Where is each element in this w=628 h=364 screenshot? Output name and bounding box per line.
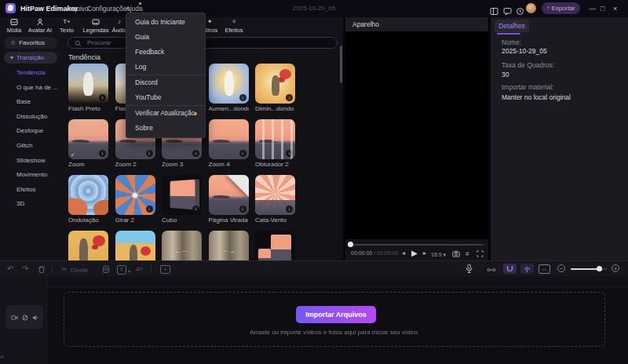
video-track-icon[interactable]	[11, 310, 18, 324]
download-icon[interactable]: ↓	[239, 94, 246, 101]
microphone-icon[interactable]	[465, 264, 473, 274]
download-icon[interactable]: ↓	[99, 206, 106, 213]
play-icon[interactable]: ▶	[411, 249, 418, 258]
sidebar-item-efeitos[interactable]: Efeitos	[0, 183, 61, 198]
menu-configuracoes[interactable]: Configurações	[87, 5, 130, 13]
transition-thumbnail[interactable]: ↖ ↗ ↙ ↓ Zoom	[68, 119, 108, 169]
delete-icon[interactable]	[38, 264, 46, 274]
menu-item-log[interactable]: Log	[126, 60, 205, 75]
zoom-in-icon[interactable]: +	[612, 264, 619, 272]
feedback-icon[interactable]	[503, 4, 512, 18]
transition-thumbnail[interactable]: ↓ Ondulação	[68, 175, 108, 224]
close-button[interactable]: ×	[613, 4, 617, 13]
zoom-out-icon[interactable]: −	[557, 264, 565, 272]
remove-subtitle-icon[interactable]: ≡×	[136, 264, 143, 274]
transition-thumbnail[interactable]: ↓ Flash Preto	[68, 64, 108, 113]
menu-ajuda[interactable]: Ajuda	[126, 5, 143, 13]
transition-preview-image: ↓	[255, 64, 295, 104]
menu-item-sobre[interactable]: Sobre	[126, 121, 205, 136]
zoom-slider-handle[interactable]	[597, 266, 602, 271]
download-icon[interactable]: ↓	[192, 206, 199, 213]
link-clips-icon[interactable]	[487, 265, 496, 275]
menu-item-youtube[interactable]: YouTube	[126, 90, 205, 105]
sidebar-item-dissolucao[interactable]: Dissolução	[0, 110, 61, 125]
download-icon[interactable]: ↓	[286, 150, 293, 157]
sidebar-item-desfoque[interactable]: Desfoque	[0, 124, 61, 139]
grid-overlay-icon[interactable]: #	[466, 249, 469, 259]
transition-thumbnail[interactable]: ← ↓ Obturador 2	[255, 119, 295, 169]
transition-preview-image: ↖ ↗ ↙ ↓	[68, 119, 108, 159]
next-frame-icon[interactable]: ▸	[423, 249, 426, 258]
transition-thumbnail[interactable]: ←⋯ ↓	[162, 231, 202, 260]
user-avatar[interactable]	[526, 3, 536, 13]
transition-thumbnail[interactable]: ↓ Cata-Vento	[255, 175, 295, 224]
download-icon[interactable]: ↓	[99, 94, 106, 101]
export-button[interactable]: ↑ Exportar	[542, 2, 580, 14]
history-icon[interactable]	[516, 4, 524, 18]
download-icon[interactable]: ↓	[239, 150, 246, 157]
help-notification-dot	[139, 2, 141, 5]
sidebar-item-base[interactable]: Base	[0, 95, 61, 110]
freeze-frame-icon[interactable]	[102, 264, 110, 274]
chevron-down-icon[interactable]: ▾	[128, 267, 130, 276]
download-icon[interactable]: ↓	[286, 94, 293, 101]
layout-icon[interactable]	[490, 4, 498, 18]
timeline-horizontal-scrollbar[interactable]	[0, 355, 4, 359]
seek-slider[interactable]	[350, 244, 484, 246]
transition-thumbnail[interactable]: ↓ Aumen...dondo	[209, 64, 249, 113]
volume-icon[interactable]	[32, 310, 38, 324]
magnet-icon[interactable]	[503, 264, 517, 274]
download-icon[interactable]: ↓	[192, 150, 199, 157]
split-icon[interactable]: ✂	[61, 264, 68, 274]
minimize-button[interactable]: —	[589, 4, 596, 13]
import-files-button[interactable]: Importar Arquivos	[296, 306, 376, 323]
download-icon[interactable]: ↓	[146, 150, 153, 157]
menu-item-discord[interactable]: Discord	[126, 75, 205, 90]
sidebar-item-o-que-ha-de[interactable]: O que há de ...	[0, 81, 61, 96]
transition-thumbnail[interactable]: ↓ Cubo	[162, 175, 202, 224]
download-icon[interactable]: ↓	[146, 206, 153, 213]
menu-item-verificar-atualizacao[interactable]: Verificar Atualização	[126, 106, 205, 121]
sidebar-favoritos[interactable]: ☆Favoritos	[4, 37, 57, 49]
transition-label: Zoom 3	[162, 161, 202, 169]
sidebar-item-glitch[interactable]: Glitch	[0, 139, 61, 154]
download-icon[interactable]: ↓	[99, 150, 106, 157]
mute-track-icon[interactable]	[22, 310, 28, 324]
transition-thumbnail[interactable]: ↓ Página Virada	[209, 175, 249, 224]
tab-detalhes[interactable]: Detalhes	[495, 20, 529, 32]
fullscreen-icon[interactable]	[476, 249, 484, 259]
sidebar-item-tendencia[interactable]: Tendência	[0, 66, 61, 81]
menu-item-guia[interactable]: Guia	[126, 30, 205, 45]
seek-slider-handle[interactable]	[348, 242, 353, 247]
split-label[interactable]: Dividir	[71, 266, 88, 275]
previous-frame-icon[interactable]: ◂	[402, 249, 405, 258]
fit-timeline-icon[interactable]: ↔	[539, 264, 550, 274]
maximize-button[interactable]: □	[601, 4, 604, 13]
sidebar-item-3d[interactable]: 3D	[0, 197, 61, 212]
undo-icon[interactable]: ↶	[7, 264, 13, 274]
sidebar-transicao[interactable]: ▾Transição	[4, 52, 57, 64]
download-icon[interactable]: ↓	[286, 206, 293, 213]
transition-thumbnail[interactable]: ↓	[255, 231, 295, 260]
transition-thumbnail[interactable]: ↓	[68, 231, 108, 260]
menu-item-guia-do-iniciante[interactable]: Guia do Iniciante	[126, 15, 205, 30]
redo-icon[interactable]: ↷	[22, 264, 28, 274]
sidebar-item-slideshow[interactable]: Slideshow	[0, 154, 61, 169]
transition-thumbnail[interactable]: ⋯→ ↓	[209, 231, 249, 260]
trim-preview-icon[interactable]: ‹|›	[520, 264, 534, 274]
media-scrollbar[interactable]	[340, 46, 342, 83]
transition-thumbnail[interactable]: ↓ Girar 2	[115, 175, 155, 224]
sidebar-item-movimento[interactable]: Movimento	[0, 168, 61, 183]
transition-thumbnail[interactable]: ↓ Zoom 4	[209, 119, 249, 169]
aspect-ratio-selector[interactable]: 16:9 ▾	[431, 250, 446, 260]
menu-item-feedback[interactable]: Feedback	[126, 45, 205, 60]
timeline-zoom-slider[interactable]	[571, 268, 607, 270]
menu-arquivo[interactable]: Arquivo	[66, 5, 89, 13]
snapshot-icon[interactable]	[452, 249, 460, 259]
download-icon[interactable]: ↓	[239, 206, 246, 213]
keyframe-icon[interactable]: +	[160, 265, 170, 274]
text-template-icon[interactable]: T	[117, 265, 126, 275]
transition-thumbnail[interactable]: ↓ ↓	[115, 231, 155, 260]
transition-thumbnail[interactable]: ↓ Dimin...dondo	[255, 64, 295, 113]
tab-efeitos[interactable]: ✧ Efeitos	[217, 18, 251, 34]
